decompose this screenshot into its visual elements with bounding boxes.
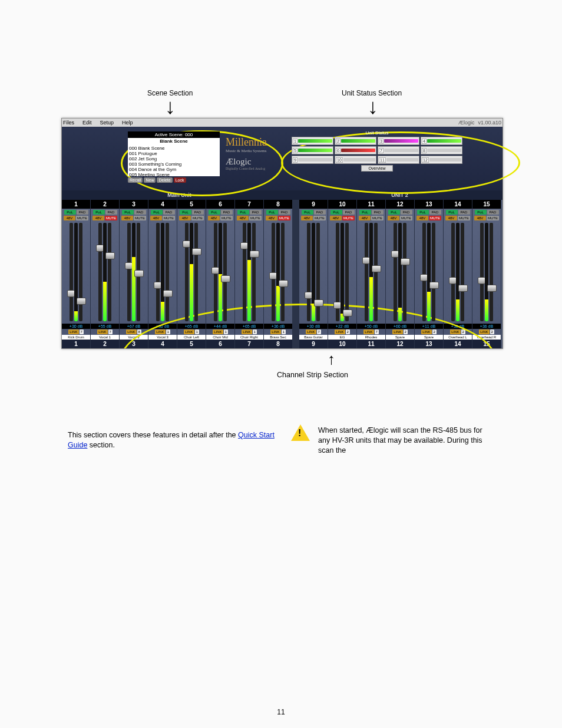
unit-status-cell[interactable]: 1	[292, 137, 333, 145]
gain-fader[interactable]	[480, 223, 484, 321]
polarity-button[interactable]: PoL	[266, 210, 278, 215]
polarity-button[interactable]: PoL	[64, 210, 76, 215]
trim-fader[interactable]	[79, 223, 82, 321]
pad-button[interactable]: PAD	[401, 210, 412, 215]
gain-fader[interactable]	[422, 223, 426, 321]
mute-button[interactable]: MUTE	[134, 216, 146, 220]
link-button[interactable]: LINK	[479, 330, 489, 334]
menu-edit[interactable]: Edit	[82, 120, 92, 126]
scene-list[interactable]: 000 Blank Scene001 Prologue002 Jet Song0…	[128, 144, 220, 176]
unit-status-cell[interactable]: 8	[421, 146, 462, 154]
mute-button[interactable]: MUTE	[400, 216, 412, 220]
polarity-button[interactable]: PoL	[302, 210, 313, 215]
pad-button[interactable]: PAD	[429, 210, 441, 215]
gain-fader[interactable]	[127, 223, 131, 321]
phantom-button[interactable]: 48V	[266, 216, 277, 220]
pad-button[interactable]: PAD	[487, 210, 499, 215]
pad-button[interactable]: PAD	[250, 210, 262, 215]
gain-fader[interactable]	[272, 223, 275, 321]
polarity-button[interactable]: PoL	[388, 210, 400, 215]
link-button[interactable]: LINK	[97, 330, 107, 334]
unit-status-cell[interactable]: 11	[378, 156, 419, 164]
pad-button[interactable]: PAD	[134, 210, 146, 215]
pad-button[interactable]: PAD	[163, 210, 175, 215]
mute-button[interactable]: MUTE	[105, 216, 117, 220]
polarity-button[interactable]: PoL	[446, 210, 458, 215]
scene-list-item[interactable]: 000 Blank Scene	[129, 146, 219, 151]
unit-status-cell[interactable]: 10	[335, 156, 376, 164]
pad-button[interactable]: PAD	[314, 210, 326, 215]
lock-button[interactable]: Lock	[174, 177, 186, 183]
unit-status-cell[interactable]: 6	[335, 146, 376, 154]
unit-status-cell[interactable]: 7	[378, 146, 419, 154]
trim-fader[interactable]	[223, 223, 227, 321]
new-button[interactable]: New	[144, 177, 156, 183]
scene-list-item[interactable]: 005 Meeting Scene	[129, 172, 219, 176]
gain-fader[interactable]	[185, 223, 189, 321]
gain-fader[interactable]	[307, 223, 310, 321]
phantom-button[interactable]: 48V	[208, 216, 220, 220]
trim-fader[interactable]	[345, 223, 349, 321]
trim-fader[interactable]	[461, 223, 464, 321]
gain-fader[interactable]	[243, 223, 246, 321]
trim-fader[interactable]	[194, 223, 198, 321]
phantom-button[interactable]: 48V	[445, 216, 457, 220]
mute-button[interactable]: MUTE	[429, 216, 441, 220]
phantom-button[interactable]: 48V	[388, 216, 399, 220]
pad-button[interactable]: PAD	[343, 210, 355, 215]
mute-button[interactable]: MUTE	[371, 216, 384, 220]
unit-status-cell[interactable]: 12	[421, 156, 462, 164]
trim-fader[interactable]	[166, 223, 169, 321]
phantom-button[interactable]: 48V	[416, 216, 428, 220]
phantom-button[interactable]: 48V	[301, 216, 313, 220]
unit-status-cell[interactable]: 2	[335, 137, 376, 145]
phantom-button[interactable]: 48V	[121, 216, 133, 220]
trim-fader[interactable]	[490, 223, 493, 321]
mute-button[interactable]: MUTE	[220, 216, 233, 220]
phantom-button[interactable]: 48V	[359, 216, 371, 220]
polarity-button[interactable]: PoL	[359, 210, 371, 215]
mute-button[interactable]: MUTE	[487, 216, 499, 220]
trim-fader[interactable]	[403, 223, 406, 321]
phantom-button[interactable]: 48V	[92, 216, 104, 220]
unit-status-cell[interactable]: 4	[421, 137, 462, 145]
phantom-button[interactable]: 48V	[150, 216, 162, 220]
gain-fader[interactable]	[214, 223, 217, 321]
scene-list-item[interactable]: 003 Something's Coming	[129, 162, 219, 167]
pad-button[interactable]: PAD	[372, 210, 384, 215]
polarity-button[interactable]: PoL	[475, 210, 487, 215]
gain-fader[interactable]	[451, 223, 455, 321]
gain-fader[interactable]	[70, 223, 73, 321]
mute-button[interactable]: MUTE	[278, 216, 290, 220]
polarity-button[interactable]: PoL	[237, 210, 249, 215]
trim-fader[interactable]	[137, 223, 140, 321]
channel-name[interactable]: Kick Drum	[62, 335, 90, 340]
unit-status-cell[interactable]: 9	[292, 156, 333, 164]
link-button[interactable]: LINK	[68, 330, 78, 334]
mute-button[interactable]: MUTE	[163, 216, 175, 220]
link-button[interactable]: LINK	[126, 330, 136, 334]
overview-button[interactable]: Overview	[361, 165, 393, 172]
mute-button[interactable]: MUTE	[458, 216, 470, 220]
mute-button[interactable]: MUTE	[191, 216, 204, 220]
menu-help[interactable]: Help	[122, 120, 133, 126]
phantom-button[interactable]: 48V	[237, 216, 249, 220]
pad-button[interactable]: PAD	[221, 210, 233, 215]
polarity-button[interactable]: PoL	[180, 210, 191, 215]
trim-fader[interactable]	[316, 223, 320, 321]
phantom-button[interactable]: 48V	[64, 216, 75, 220]
mute-button[interactable]: MUTE	[76, 216, 88, 220]
pad-button[interactable]: PAD	[77, 210, 88, 215]
polarity-button[interactable]: PoL	[151, 210, 163, 215]
gain-fader[interactable]	[336, 223, 339, 321]
polarity-button[interactable]: PoL	[330, 210, 342, 215]
menu-setup[interactable]: Setup	[100, 120, 114, 126]
gain-fader[interactable]	[98, 223, 102, 321]
recall-button[interactable]: Recall	[128, 177, 143, 183]
gain-fader[interactable]	[156, 223, 160, 321]
polarity-button[interactable]: PoL	[209, 210, 220, 215]
scene-list-item[interactable]: 004 Dance at the Gym	[129, 167, 219, 172]
phantom-button[interactable]: 48V	[330, 216, 342, 220]
phantom-button[interactable]: 48V	[474, 216, 486, 220]
delete-button[interactable]: Delete	[157, 177, 172, 183]
